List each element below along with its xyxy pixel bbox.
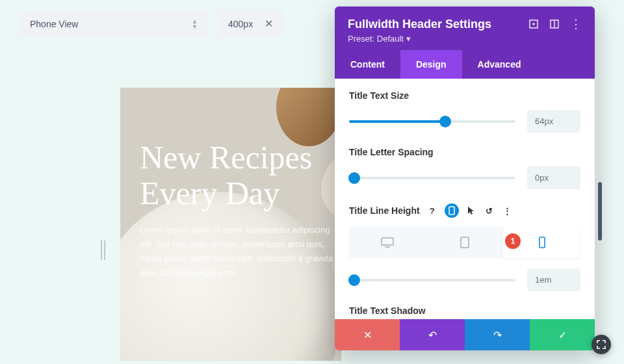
kebab-menu-icon[interactable]: ⋮	[570, 17, 582, 31]
svg-rect-5	[382, 238, 393, 245]
panel-header[interactable]: Fullwidth Header Settings ⋮ Preset: Defa…	[335, 6, 595, 50]
width-value: 400px	[228, 19, 253, 29]
value-title-line-height[interactable]: 1em	[527, 268, 580, 291]
tab-content[interactable]: Content	[335, 50, 400, 79]
reset-icon[interactable]: ↺	[484, 205, 495, 216]
view-dropdown-label: Phone View	[30, 19, 78, 29]
svg-rect-4	[449, 207, 454, 214]
tab-design[interactable]: Design	[400, 50, 462, 79]
label-title-text-shadow: Title Text Shadow	[349, 306, 580, 316]
value-title-text-size[interactable]: 64px	[527, 110, 580, 133]
svg-point-1	[533, 23, 534, 25]
slider-thumb[interactable]	[348, 274, 360, 286]
slider-thumb[interactable]	[348, 172, 360, 184]
preset-dropdown[interactable]: Preset: Default ▾	[348, 34, 582, 50]
control-title-text-size: Title Text Size 64px	[349, 90, 580, 133]
hero-body: Lorem ipsum dolor sit amet, consectetur …	[140, 223, 335, 280]
save-button[interactable]: ✓	[530, 319, 595, 350]
slider-thumb[interactable]	[439, 116, 451, 127]
panel-body: Title Text Size 64px Title Letter Spacin…	[335, 79, 595, 319]
device-tab-tablet[interactable]	[426, 227, 504, 258]
decorative-egg	[276, 88, 341, 146]
annotation-badge: 1	[505, 233, 521, 249]
value-title-letter-spacing[interactable]: 0px	[527, 166, 580, 189]
panel-footer: ✕ ↶ ↷ ✓	[335, 319, 595, 350]
redo-button[interactable]: ↷	[465, 319, 530, 350]
hover-icon[interactable]	[465, 205, 477, 216]
clear-width-icon[interactable]: ✕	[265, 18, 273, 30]
svg-rect-7	[461, 237, 469, 248]
settings-panel: Fullwidth Header Settings ⋮ Preset: Defa…	[335, 6, 595, 350]
help-icon[interactable]: ?	[426, 205, 438, 216]
hero-title: New Recipes Every Day	[140, 140, 335, 211]
view-dropdown[interactable]: Phone View ▲▼	[20, 11, 208, 37]
expand-icon[interactable]	[528, 19, 539, 29]
close-button[interactable]: ✕	[335, 319, 400, 350]
slider-title-text-size[interactable]	[349, 120, 515, 123]
scrollbar[interactable]	[598, 182, 602, 240]
width-input[interactable]: 400px ✕	[218, 10, 283, 38]
responsive-icon[interactable]	[445, 203, 459, 218]
expand-fab-button[interactable]	[592, 335, 611, 354]
undo-button[interactable]: ↶	[400, 319, 465, 350]
device-tab-desktop[interactable]	[349, 227, 426, 258]
control-title-text-shadow: Title Text Shadow AA AA	[349, 306, 580, 319]
slider-title-line-height[interactable]	[349, 279, 515, 281]
preview-canvas: New Recipes Every Day Lorem ipsum dolor …	[120, 88, 341, 361]
control-title-line-height: Title Line Height ? ↺ ⋮ 1 1em	[349, 203, 580, 291]
hero-text-block: New Recipes Every Day Lorem ipsum dolor …	[140, 140, 335, 280]
tab-advanced[interactable]: Advanced	[462, 50, 537, 79]
svg-rect-8	[540, 237, 545, 248]
panel-tabs: Content Design Advanced	[335, 50, 595, 79]
label-title-text-size: Title Text Size	[349, 90, 580, 101]
control-title-letter-spacing: Title Letter Spacing 0px	[349, 147, 580, 189]
device-tabs: 1	[349, 227, 580, 258]
snap-icon[interactable]	[549, 19, 560, 29]
resize-handle[interactable]	[101, 240, 105, 260]
slider-title-letter-spacing[interactable]	[349, 177, 515, 179]
panel-title: Fullwidth Header Settings	[348, 18, 491, 31]
dropdown-chevron-icon: ▲▼	[192, 19, 198, 29]
options-kebab-icon[interactable]: ⋮	[502, 205, 514, 216]
label-title-letter-spacing: Title Letter Spacing	[349, 147, 580, 157]
label-title-line-height: Title Line Height	[349, 205, 420, 216]
